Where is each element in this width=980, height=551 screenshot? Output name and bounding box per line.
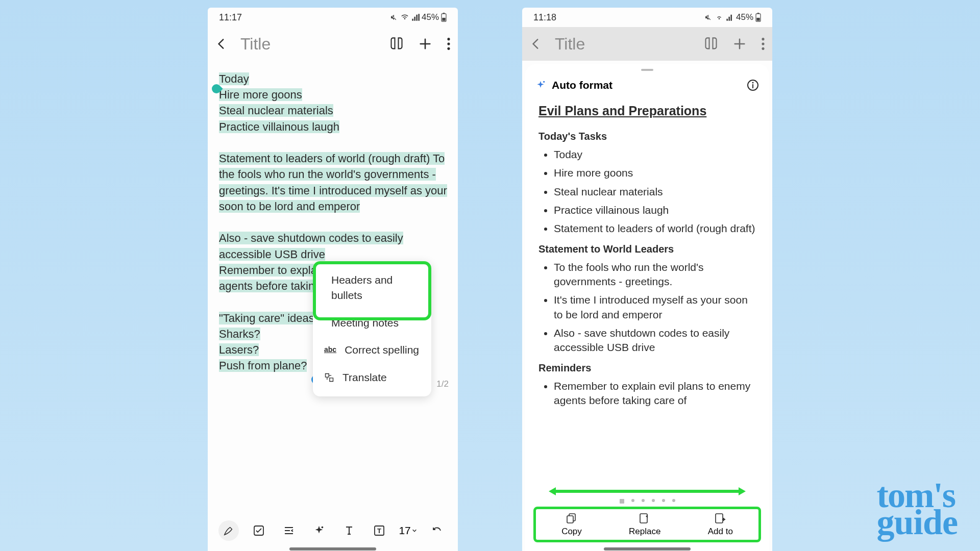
svg-rect-23 xyxy=(716,514,723,523)
page-title[interactable]: Title xyxy=(236,35,381,54)
status-bar: 11:18 45% xyxy=(522,8,772,27)
text-style-icon[interactable] xyxy=(339,520,359,541)
translate-icon xyxy=(324,372,334,383)
list-item: Hire more goons xyxy=(554,166,756,180)
section-title: Reminders xyxy=(538,362,756,374)
format-lines-icon[interactable] xyxy=(279,520,299,541)
auto-format-body[interactable]: Evil Plans and Preparations Today's Task… xyxy=(525,96,769,487)
action-row: Copy Replace Add to xyxy=(533,507,761,542)
add-icon[interactable] xyxy=(732,37,747,51)
battery-icon xyxy=(441,13,447,22)
menu-correct-spelling[interactable]: abc Correct spelling xyxy=(313,336,431,364)
text-box-icon[interactable]: T xyxy=(369,520,389,541)
more-icon[interactable] xyxy=(761,37,765,51)
list-item: Remember to explain evil plans to enemy … xyxy=(554,379,756,408)
note-content[interactable]: Today Hire more goons Steal nuclear mate… xyxy=(208,61,458,514)
battery-label: 45% xyxy=(422,12,439,22)
pen-icon[interactable] xyxy=(218,520,239,541)
note-line: "Taking care" ideas xyxy=(219,312,314,324)
status-indicators: 45% xyxy=(704,12,761,22)
pager-dot xyxy=(631,499,634,502)
pager-dot xyxy=(672,499,675,502)
ai-sparkle-icon[interactable] xyxy=(309,520,329,541)
svg-point-14 xyxy=(762,42,764,45)
list-item: To the fools who run the world's governm… xyxy=(554,260,756,289)
pagination-dots[interactable] xyxy=(525,499,769,504)
page-title[interactable]: Title xyxy=(551,35,696,54)
nav-handle[interactable] xyxy=(289,547,376,550)
wifi-icon xyxy=(400,13,409,21)
info-icon[interactable] xyxy=(747,79,759,91)
battery-label: 45% xyxy=(736,12,753,22)
note-line: Sharks? xyxy=(219,328,260,340)
back-icon[interactable] xyxy=(215,37,228,51)
auto-format-title: Auto format xyxy=(552,79,741,91)
svg-point-4 xyxy=(447,42,450,45)
svg-point-18 xyxy=(752,82,754,84)
status-bar: 11:17 45% xyxy=(208,8,458,27)
copy-button[interactable]: Copy xyxy=(561,512,582,537)
checkbox-icon[interactable] xyxy=(249,520,269,541)
page-counter: 1/2 xyxy=(436,378,449,390)
pager-dot xyxy=(642,499,645,502)
wifi-icon xyxy=(715,13,724,21)
reader-icon[interactable] xyxy=(389,37,404,51)
phone-screen-left: 11:17 45% Title xyxy=(208,8,458,551)
bullet-list: Today Hire more goons Steal nuclear mate… xyxy=(538,147,756,236)
menu-meeting-notes[interactable]: Meeting notes xyxy=(313,309,431,337)
list-item: Practice villainous laugh xyxy=(554,203,756,217)
replace-button[interactable]: Replace xyxy=(629,512,660,537)
sparkle-icon xyxy=(535,80,546,90)
back-icon[interactable] xyxy=(529,37,543,51)
note-line: Practice villainous laugh xyxy=(219,120,339,133)
svg-point-5 xyxy=(447,47,450,50)
mute-icon xyxy=(704,13,713,21)
menu-label: Translate xyxy=(342,370,387,385)
svg-point-16 xyxy=(543,81,545,83)
svg-rect-22 xyxy=(640,514,647,523)
phone-screen-right: 11:18 45% Title xyxy=(522,8,772,551)
status-time: 11:17 xyxy=(219,12,242,23)
watermark-logo: tom's guide xyxy=(877,482,958,536)
app-header: Title xyxy=(208,27,458,61)
editor-toolbar: T 17 xyxy=(208,514,458,547)
menu-label: Headers and bullets xyxy=(331,272,420,303)
spellcheck-icon: abc xyxy=(324,345,336,355)
svg-point-7 xyxy=(321,527,323,529)
menu-headers-bullets[interactable]: Headers and bullets xyxy=(313,266,431,309)
reader-icon[interactable] xyxy=(704,37,718,51)
action-label: Replace xyxy=(629,527,660,537)
svg-text:T: T xyxy=(377,527,381,535)
nav-handle[interactable] xyxy=(604,547,691,550)
pager-dot xyxy=(662,499,665,502)
action-label: Copy xyxy=(561,527,582,537)
section-title: Statement to World Leaders xyxy=(538,243,756,255)
battery-icon xyxy=(755,13,761,22)
signal-icon xyxy=(411,13,420,21)
list-item: Statement to leaders of world (rough dra… xyxy=(554,221,756,236)
add-to-button[interactable]: Add to xyxy=(708,512,733,537)
font-size-selector[interactable]: 17 xyxy=(399,524,416,537)
more-icon[interactable] xyxy=(447,37,451,51)
note-line: Steal nuclear materials xyxy=(219,104,333,117)
app-header: Title xyxy=(522,27,772,61)
signal-icon xyxy=(726,13,734,21)
svg-rect-1 xyxy=(443,13,445,14)
menu-label: Correct spelling xyxy=(345,342,419,358)
mute-icon xyxy=(390,13,398,21)
list-item: Steal nuclear materials xyxy=(554,185,756,199)
svg-point-13 xyxy=(762,38,764,40)
auto-format-panel: Auto format Evil Plans and Preparations … xyxy=(525,64,769,551)
watermark-line2: guide xyxy=(877,509,958,536)
undo-icon[interactable] xyxy=(427,520,447,541)
note-line: Lasers? xyxy=(219,343,259,356)
add-icon[interactable] xyxy=(418,37,432,51)
svg-rect-12 xyxy=(756,18,760,21)
list-item: It's time I introduced myself as your so… xyxy=(554,293,756,322)
drag-handle[interactable] xyxy=(641,69,653,71)
bullet-list: Remember to explain evil plans to enemy … xyxy=(538,379,756,408)
list-item: Today xyxy=(554,147,756,162)
menu-translate[interactable]: Translate xyxy=(313,364,431,391)
svg-point-3 xyxy=(447,38,450,40)
pager-dot xyxy=(652,499,655,502)
